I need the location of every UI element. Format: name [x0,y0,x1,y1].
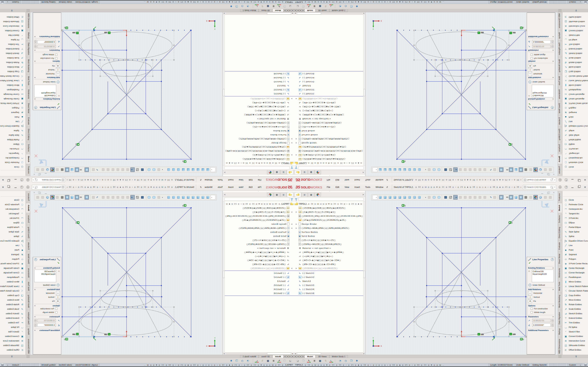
panel-splitter-handle[interactable]: ◦ [223,175,294,176]
taskpane-splitter[interactable]: ⋮ [558,355,562,358]
tool-item[interactable]: ⊏ Offset Entities [562,15,588,19]
tool-item[interactable]: ▣ Convert Entities [562,334,588,339]
tab-configurationmanager[interactable]: ⊕ [274,192,280,197]
tree-row[interactable]: ▶ ★ ○253Е✥◎♟◎ΛАФ○◎○ФАΛ◎♟◎✥3Е25○ [223,206,294,210]
expand-arrow-icon[interactable]: ▶ [296,267,297,269]
tree-row[interactable]: ▶ ◔ ○Λ♟◎✥25∙Ʒ○◎○Ʒ∙25✥◎♟Λ○ [294,153,365,157]
tab-nav-arrow[interactable]: ▶ [284,355,286,358]
tree-row[interactable]: ▶ ▱ ○∙◎✥○✳◉[○◎○]◉✳○✥◎∙○ [294,254,365,258]
collapse-sidebar-icon[interactable]: ≫ [10,9,13,12]
tree-row[interactable]: ▶ [223,295,294,296]
toolbar-button[interactable] [443,167,448,172]
tab-nav-arrow[interactable]: ◀ [289,9,291,12]
command-tab[interactable]: Data Migration [558,41,562,57]
tool-item[interactable]: ∿ Style Spline [562,133,588,138]
tool-item[interactable]: ╱ Line [0,243,26,248]
tree-row[interactable]: ▶ ≣ Material < not specified > [223,246,294,250]
command-tab[interactable]: Sheet Metal [558,252,562,266]
tool-item[interactable]: ◜ Partial Ellipse [562,225,588,229]
document-tab[interactable]: 3D Views [259,9,272,12]
toolbar-button[interactable] [478,195,482,200]
tool-item[interactable]: ▭ Corner Rectangle [0,92,26,97]
tree-row[interactable]: ▶ ✎ ○25∙∩✳♟Аm○◎○mА♟✳∩∙25○ [294,125,365,129]
toolbar-button[interactable] [514,167,518,172]
toolbar-button[interactable] [403,195,407,200]
collapse-sidebar-icon[interactable]: ≫ [575,355,578,358]
doc-restore-button[interactable] [547,192,549,194]
expand-arrow-icon[interactable]: ▶ [296,227,297,229]
taskpane-splitter[interactable]: ⋮ [26,9,30,12]
tree-root-node[interactable]: TЯPDL2. ◎ ЗЕ ◎ Ш ◎ ◎ ◎ ✥ ◎ ƆС ◎ ЗЕ ◎ ∙ ◎… [223,202,294,206]
angle-input[interactable]: 0.00000000° [37,40,56,44]
restore-button[interactable] [578,186,580,188]
account-icon[interactable] [559,178,562,181]
toolbar-button[interactable] [528,167,533,172]
printer-icon[interactable] [0,363,5,367]
expand-arrow-icon[interactable]: ▶ [291,142,292,144]
tree-row[interactable]: ▶ ∟ (-) Sketch6 [294,291,365,295]
option-checkbox-row[interactable]: Infinite length [528,310,554,314]
tab-nav-arrow[interactable]: ▶ [286,9,289,12]
command-tab[interactable]: Mold Tools [558,280,562,292]
tool-item[interactable]: ◜ Partial Ellipse [0,138,26,142]
checkbox[interactable] [531,58,533,60]
doc-minimize-button[interactable] [45,192,47,194]
motion-tool-icon[interactable]: ✱ [355,5,359,8]
tree-row[interactable]: ▶ ∟ (-) Sketch1 [223,92,294,96]
command-tab[interactable]: Surfaces [558,214,562,225]
toolbar-button[interactable] [383,167,387,172]
tool-item[interactable]: ○ Ellipse [0,220,26,225]
command-tab[interactable]: Sheet Metal [558,101,562,115]
command-tab[interactable]: Surfaces [26,214,30,225]
tool-item[interactable]: ❏ Copy Entities [0,69,26,74]
tool-item[interactable]: ⠶ Linear Sketch Pattern [0,284,26,289]
menu-item[interactable]: View [345,186,349,188]
tool-item[interactable]: ◠ 3 Point Arc [562,216,588,220]
motion-tool-icon[interactable] [252,359,253,362]
tab-nav-arrow[interactable]: ◀ [294,9,297,12]
pin-icon[interactable] [200,179,202,181]
tool-item[interactable]: ○ Circle [0,165,26,169]
tab-featuremanager[interactable] [287,170,293,175]
tool-item[interactable]: ◫ Silhouette Entities [562,19,588,24]
tool-item[interactable]: ƒx Equation Driven Curve [562,239,588,243]
search-box[interactable]: Search CAD Models ▾ [32,178,65,182]
tree-row[interactable]: ▶ [294,295,365,296]
tree-row[interactable]: ▶ ● Solid Bodies [294,129,365,133]
cancel-sketch-icon[interactable]: ✕ [34,208,38,214]
minimize-button[interactable] [571,179,573,181]
tree-row[interactable]: ▶ ▱ ○✥Ʒ⊃Ɔ∙♟○✳◉[○◎○]◉✳○♟∙ƆƷ✥○ [223,105,294,109]
toolbar-button[interactable] [145,167,146,172]
tool-item[interactable]: ƒx Equation Driven Curve [0,239,26,243]
tree-horizontal-scrollbar[interactable]: ◀ ▶ [223,352,294,355]
scrollbar-track[interactable] [296,12,363,15]
tree-row[interactable]: ▶ ▣ ○253ЕИΝ∩U+○◎○+U∩ИΝ3Е25○ [294,97,365,101]
help-icon[interactable]: ? [565,186,568,189]
motion-tool-icon[interactable]: ≣ [312,359,316,362]
toolbar-button[interactable] [85,195,89,200]
tree-row[interactable]: ▶ ∟ (-) Sketch6 [223,291,294,295]
tool-item[interactable]: ▣ Center Rectangle [0,97,26,101]
toolbar-button[interactable] [499,195,503,200]
pin-icon[interactable] [386,179,388,181]
tree-row[interactable]: ▶ ◔ ○Λ♟◎✥25∙Ʒ○◎○Ʒ∙25✥◎♟Λ○ [223,210,294,214]
tool-item[interactable]: ▱ Parallelogram [0,88,26,92]
tool-item[interactable]: ◝ Tangent Arc [562,211,588,216]
tool-item[interactable]: ◈ 3 Point Center Recta... [0,101,26,106]
tree-row[interactable]: ▶ Design Binder [223,222,294,226]
tool-item[interactable]: ◫ Silhouette Entities [562,343,588,348]
minimize-button[interactable] [571,186,573,188]
toolbar-button[interactable] [162,167,166,172]
command-tab[interactable]: Direct Editing [26,127,30,142]
toolbar-button[interactable] [91,167,95,172]
tree-row[interactable]: ▶ ∟ (-) Sketch5 [294,283,365,287]
tool-item[interactable]: ◜ Partial Ellipse [562,138,588,142]
minimize-button[interactable] [15,179,17,181]
tool-item[interactable]: ▣ Convert Entities [562,28,588,33]
tree-row[interactable]: ▶ ▥ ○25✥3Е25○ИΝ◎∙✥ƆС3ЕU3Е25○◎○253ЕU3ЕƆС✥… [223,214,294,218]
tool-item[interactable]: ‖ Mirror Entities [562,83,588,88]
scroll-right-arrow[interactable]: ▶ [363,12,365,15]
expand-arrow-icon[interactable]: ▶ [291,227,292,229]
expand-arrow-icon[interactable]: ▶ [291,98,292,100]
tool-item[interactable]: ↻ Rotate Entities [562,60,588,65]
